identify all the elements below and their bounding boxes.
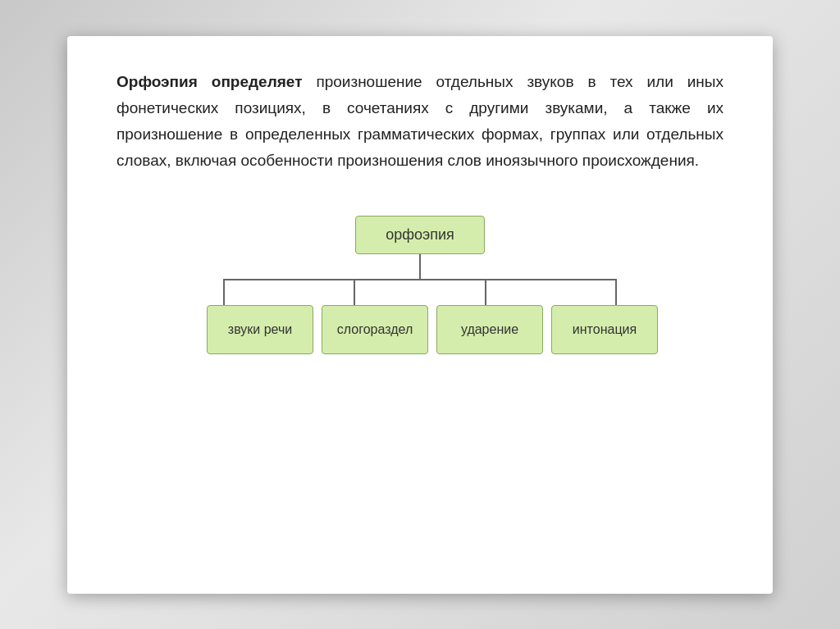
diagram-root: орфоэпия xyxy=(355,216,485,279)
branch-line-2 xyxy=(354,280,355,305)
leaf-node-1: звуки речи xyxy=(207,305,313,354)
branch-lines-row xyxy=(223,280,617,305)
leaf-nodes-row: звуки речи слогораздел ударение интонаци… xyxy=(207,305,633,354)
leaf-node-2: слогораздел xyxy=(322,305,428,354)
bold-text: Орфоэпия определяет xyxy=(116,73,302,90)
branch-line-1 xyxy=(223,280,225,305)
horizontal-line xyxy=(223,279,617,280)
main-text: Орфоэпия определяет произношение отдельн… xyxy=(116,69,724,175)
leaf-node-3: ударение xyxy=(436,305,543,354)
diagram-container: орфоэпия звуки речи слогораздел ударение… xyxy=(116,199,724,362)
slide-container: Орфоэпия определяет произношение отдельн… xyxy=(67,36,773,594)
branch-line-3 xyxy=(485,280,486,305)
root-node: орфоэпия xyxy=(355,216,485,254)
branch-line-4 xyxy=(615,280,617,305)
root-vertical-line xyxy=(419,254,421,279)
leaf-node-4: интонация xyxy=(551,305,658,354)
